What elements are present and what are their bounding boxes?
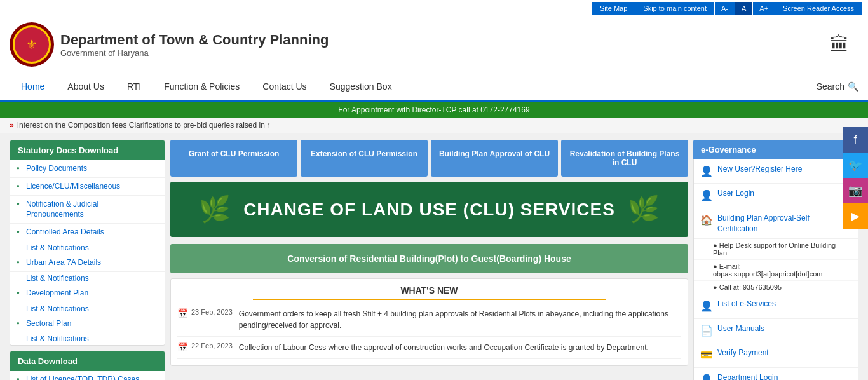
header: ⚜ Department of Town & Country Planning …	[0, 17, 868, 72]
marquee-bar: » Interest on the Composition fees Clari…	[0, 118, 868, 133]
building-sub-2: ● E-mail: obpas.support3[at]oapricot[dot…	[694, 260, 858, 281]
news-item-1: 📅 23 Feb, 2023 Government orders to keep…	[177, 303, 681, 337]
building-plan-approval[interactable]: 🏠 Building Plan Approval-Self Certificat…	[694, 208, 858, 240]
top-bar: Site Map Skip to main content A- A A+ Sc…	[0, 0, 868, 17]
screen-reader-btn[interactable]: Screen Reader Access	[775, 2, 862, 15]
calendar-icon-1: 📅	[177, 308, 188, 318]
clu-buttons: Grant of CLU Permission Extension of CLU…	[170, 140, 688, 177]
facebook-btn[interactable]: f	[843, 127, 868, 153]
font-small-btn[interactable]: A-	[715, 2, 735, 15]
dept-login[interactable]: 👤 Department Login	[694, 368, 858, 380]
list-notifications-3[interactable]: List & Notifications	[10, 302, 165, 315]
search-label: Search	[817, 81, 844, 92]
whats-new-section: WHAT'S NEW 📅 23 Feb, 2023 Government ord…	[170, 278, 688, 366]
right-sidebar: e-Governance 👤 New User?Register Here 👤 …	[693, 140, 858, 380]
sectoral-plan[interactable]: Sectoral Plan	[10, 315, 165, 333]
center-content: Grant of CLU Permission Extension of CLU…	[170, 140, 688, 380]
calendar-icon-2: 📅	[177, 342, 188, 352]
search-nav[interactable]: Search 🔍	[817, 81, 858, 92]
nav-function[interactable]: Function & Policies	[153, 72, 251, 102]
nav-rti[interactable]: RTI	[116, 72, 153, 102]
dept-icon: 👤	[700, 373, 713, 380]
nav-contact[interactable]: Contact Us	[251, 72, 318, 102]
egovernance-body: 👤 New User?Register Here 👤 User Login 🏠 …	[693, 159, 858, 380]
left-sidebar: Statutory Docs Download Policy Documents…	[10, 140, 165, 380]
top-bar-links: Site Map Skip to main content A- A A+ Sc…	[592, 2, 862, 15]
list-notifications-1[interactable]: List & Notifications	[10, 241, 165, 254]
urban-area[interactable]: Urban Area 7A Details	[10, 254, 165, 272]
clu-banner-title: CHANGE OF LAND USE (CLU) SERVICES	[243, 200, 615, 220]
news-text-2: Collection of Labour Cess where the appr…	[239, 342, 649, 353]
building-icon: 🏠	[700, 214, 713, 227]
whats-new-title: WHAT'S NEW	[177, 285, 681, 295]
twitter-icon: 🐦	[848, 158, 862, 172]
dept-info: Department of Town & Country Planning Go…	[60, 32, 329, 58]
facebook-icon: f	[853, 133, 857, 147]
licence-clu[interactable]: Licence/CLU/Miscellaneous	[10, 178, 165, 196]
news-date-2: 📅 22 Feb, 2023	[177, 342, 233, 353]
instagram-btn[interactable]: 📷	[843, 178, 868, 203]
user-login[interactable]: 👤 User Login	[694, 184, 858, 208]
logo: ⚜	[10, 22, 54, 67]
twitter-btn[interactable]: 🐦	[843, 153, 868, 178]
ticker-bar: For Appointment with Director-TCP call a…	[0, 102, 868, 118]
building-sub-1: ● Help Desk support for Online Building …	[694, 239, 858, 260]
clu-banner: 🌿 CHANGE OF LAND USE (CLU) SERVICES 🌿	[170, 182, 688, 237]
revalidation-clu-btn[interactable]: Revalidation of Building Plans in CLU	[561, 140, 688, 177]
clu-icon-left: 🌿	[199, 194, 231, 224]
navbar: Home About Us RTI Function & Policies Co…	[0, 72, 868, 102]
instagram-icon: 📷	[848, 184, 862, 198]
payment-icon: 💳	[700, 348, 713, 362]
list-eservices[interactable]: 👤 List of e-Services	[694, 294, 858, 318]
main-content: Statutory Docs Download Policy Documents…	[0, 133, 868, 380]
user-manuals[interactable]: 📄 User Manuals	[694, 319, 858, 343]
news-text-1: Government orders to keep all fresh Stil…	[239, 308, 681, 331]
new-user-register[interactable]: 👤 New User?Register Here	[694, 159, 858, 184]
news-date-1: 📅 23 Feb, 2023	[177, 308, 233, 331]
building-plan-clu-btn[interactable]: Building Plan Approval of CLU	[431, 140, 558, 177]
logo-inner: ⚜	[13, 25, 51, 64]
controlled-area[interactable]: Controlled Area Details	[10, 224, 165, 241]
clu-icon-right: 🌿	[628, 194, 660, 224]
development-plan[interactable]: Development Plan	[10, 285, 165, 302]
manuals-icon: 📄	[700, 324, 713, 338]
skip-link[interactable]: Skip to main content	[635, 2, 715, 15]
grant-clu-btn[interactable]: Grant of CLU Permission	[170, 140, 297, 177]
verify-payment[interactable]: 💳 Verify Payment	[694, 343, 858, 367]
list-notifications-2[interactable]: List & Notifications	[10, 272, 165, 285]
ticker-text: For Appointment with Director-TCP call a…	[338, 105, 529, 114]
extension-clu-btn[interactable]: Extension of CLU Permission	[301, 140, 428, 177]
list-notifications-4[interactable]: List & Notifications	[10, 332, 165, 345]
govt-name: Government of Haryana	[60, 48, 329, 58]
font-large-btn[interactable]: A+	[753, 2, 775, 15]
statutory-header: Statutory Docs Download	[10, 140, 165, 160]
nav-about[interactable]: About Us	[56, 72, 116, 102]
data-download-header: Data Download	[10, 351, 165, 371]
eservices-icon: 👤	[700, 299, 713, 313]
building-sub-3: ● Call at: 9357635095	[694, 281, 858, 294]
youtube-icon: ▶	[851, 209, 860, 223]
data-download-section: Data Download List of Licence(TOD, TDR) …	[10, 351, 165, 380]
conversion-btn[interactable]: Conversion of Residential Building(Plot)…	[170, 244, 688, 273]
policy-docs[interactable]: Policy Documents	[10, 160, 165, 178]
new-user-icon: 👤	[700, 165, 713, 179]
youtube-btn[interactable]: ▶	[843, 203, 868, 229]
whats-new-divider	[253, 299, 606, 300]
egovernance-header: e-Governance	[693, 140, 858, 159]
nav-home[interactable]: Home	[10, 72, 56, 102]
notification-judicial[interactable]: Notification & Judicial Pronouncements	[10, 196, 165, 224]
marquee-arrow: »	[10, 121, 14, 130]
marquee-text: Interest on the Composition fees Clarifi…	[17, 121, 270, 130]
dept-name: Department of Town & Country Planning	[60, 32, 329, 48]
social-sidebar: f 🐦 📷 ▶	[843, 127, 868, 229]
sitemap-link[interactable]: Site Map	[592, 2, 635, 15]
nav-suggestion[interactable]: Suggestion Box	[318, 72, 403, 102]
font-normal-btn[interactable]: A	[735, 2, 753, 15]
search-icon: 🔍	[848, 81, 858, 92]
licence-tod[interactable]: List of Licence(TOD, TDR) Cases	[10, 371, 165, 380]
statutory-section: Statutory Docs Download Policy Documents…	[10, 140, 165, 346]
national-emblem: 🏛	[820, 22, 858, 67]
logo-area: ⚜ Department of Town & Country Planning …	[10, 22, 820, 67]
news-item-2: 📅 22 Feb, 2023 Collection of Labour Cess…	[177, 337, 681, 359]
user-login-icon: 👤	[700, 189, 713, 203]
